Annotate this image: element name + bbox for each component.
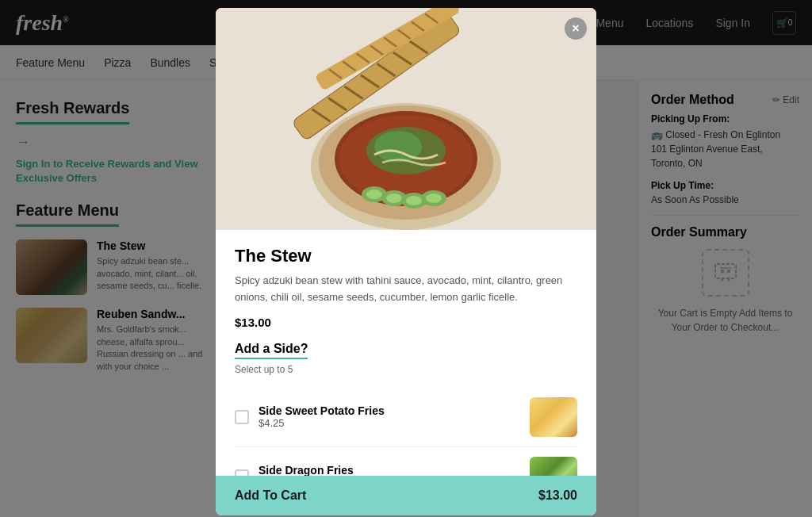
add-to-cart-button[interactable]: Add To Cart $13.00 — [216, 476, 596, 515]
modal-title: The Stew — [235, 246, 577, 266]
fries-image — [530, 397, 577, 437]
dragon-fries-image — [530, 457, 577, 476]
side-sweet-potato-price: $4.25 — [259, 417, 520, 429]
modal-image: × — [216, 8, 596, 230]
add-to-cart-label: Add To Cart — [235, 488, 306, 503]
side-checkbox-dragon[interactable] — [235, 469, 249, 476]
modal-body: The Stew Spicy adzuki bean stew with tah… — [216, 230, 596, 476]
side-checkbox-sweet-potato[interactable] — [235, 410, 249, 424]
close-icon: × — [572, 21, 579, 36]
side-item-sweet-potato-fries[interactable]: Side Sweet Potato Fries $4.25 — [235, 388, 577, 447]
select-up-label: Select up to 5 — [235, 364, 577, 375]
svg-point-9 — [366, 190, 382, 199]
side-sweet-potato-name: Side Sweet Potato Fries — [259, 404, 520, 417]
svg-point-13 — [406, 196, 422, 205]
svg-point-15 — [426, 193, 442, 203]
modal: × The Stew Spicy adzuki bean stew with t… — [216, 8, 596, 515]
svg-point-11 — [386, 193, 402, 203]
side-dragon-image — [530, 457, 577, 476]
add-a-side-title: Add a Side? — [235, 342, 308, 359]
add-to-cart-price: $13.00 — [538, 488, 577, 503]
side-item-dragon-fries[interactable]: Side Dragon Fries $7.00 — [235, 447, 577, 476]
modal-description: Spicy adzuki bean stew with tahini sauce… — [235, 273, 577, 306]
modal-close-button[interactable]: × — [565, 17, 587, 40]
side-sweet-potato-image — [530, 397, 577, 437]
modal-price: $13.00 — [235, 316, 577, 329]
side-dragon-name: Side Dragon Fries — [259, 464, 520, 476]
